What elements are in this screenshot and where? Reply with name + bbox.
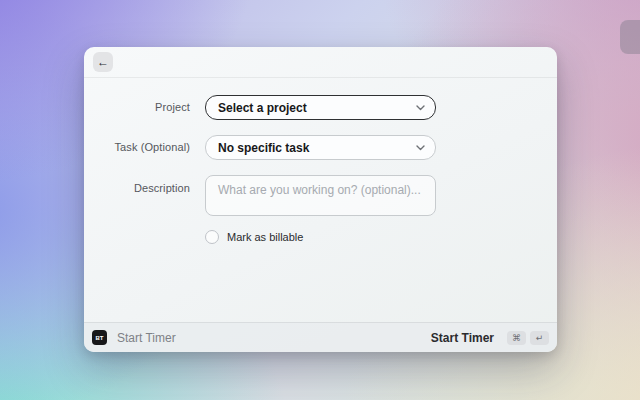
start-timer-dialog: ← Project Select a project Task (Optiona… [84, 47, 557, 352]
desktop-background-shape [620, 20, 640, 54]
return-key-icon[interactable]: ↵ [530, 331, 549, 345]
command-key-icon[interactable]: ⌘ [507, 331, 526, 345]
project-label: Project [84, 95, 205, 113]
task-label: Task (Optional) [84, 135, 205, 153]
dialog-header: ← [84, 47, 557, 78]
back-arrow-icon: ← [97, 56, 109, 68]
billable-label: Mark as billable [227, 231, 303, 243]
chevron-down-icon [416, 105, 425, 111]
task-row: Task (Optional) No specific task [84, 135, 557, 160]
project-select[interactable]: Select a project [205, 95, 436, 120]
back-button[interactable]: ← [93, 52, 113, 72]
task-select-value: No specific task [218, 141, 416, 155]
timer-form: Project Select a project Task (Optional)… [84, 78, 557, 244]
description-row: Description [84, 175, 557, 220]
project-row: Project Select a project [84, 95, 557, 120]
task-select[interactable]: No specific task [205, 135, 436, 160]
description-label: Description [84, 175, 205, 194]
dialog-footer: BT Start Timer Start Timer ⌘ ↵ [84, 322, 557, 352]
billable-checkbox[interactable] [205, 230, 219, 244]
chevron-down-icon [416, 145, 425, 151]
description-input[interactable] [205, 175, 436, 216]
billable-row[interactable]: Mark as billable [205, 230, 557, 244]
command-name: Start Timer [117, 331, 176, 345]
project-select-value: Select a project [218, 101, 416, 115]
app-icon: BT [92, 330, 107, 345]
start-timer-action[interactable]: Start Timer [431, 331, 494, 345]
